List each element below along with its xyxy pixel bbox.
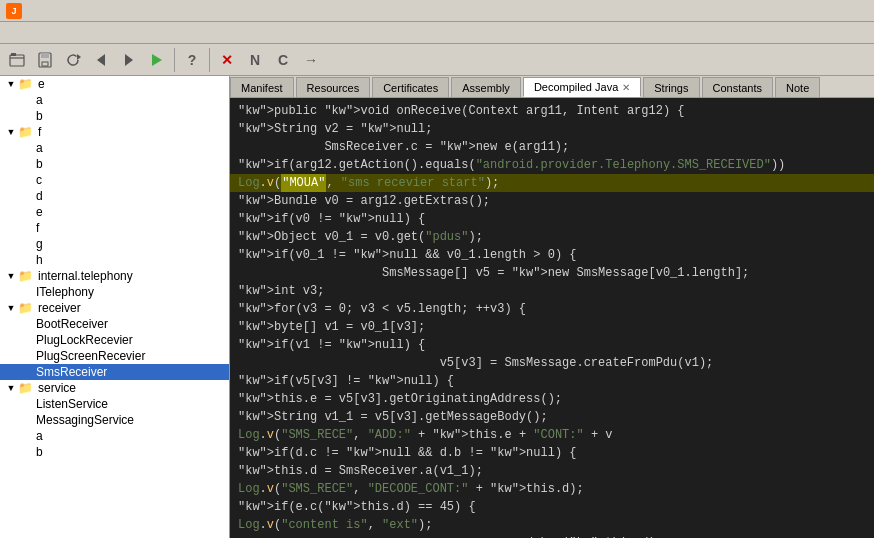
run-button[interactable]	[144, 47, 170, 73]
code-area[interactable]: "kw">public "kw">void onReceive(Context …	[230, 98, 874, 538]
tree-label: SmsReceiver	[34, 365, 109, 379]
tree-label: c	[34, 173, 42, 187]
code-line: v5[v3] = SmsMessage.createFromPdu(v1);	[230, 354, 874, 372]
menu-action[interactable]	[36, 31, 52, 35]
tree-item-b[interactable]: b	[0, 156, 229, 172]
menu-window[interactable]	[52, 31, 68, 35]
tree-item-SmsReceiver[interactable]: SmsReceiver	[0, 364, 229, 380]
folder-icon: 📁	[18, 269, 33, 283]
tree-item-d[interactable]: d	[0, 188, 229, 204]
tree-item-b[interactable]: b	[0, 108, 229, 124]
tree-label: ITelephony	[34, 285, 94, 299]
code-line: Log.v("SMS_RECE", "ADD:" + "kw">this.e +…	[230, 426, 874, 444]
tab-resources[interactable]: Resources	[296, 77, 371, 97]
code-line: "kw">int v3;	[230, 282, 874, 300]
tree-item-receiver[interactable]: ▼📁receiver	[0, 300, 229, 316]
tree-label: f	[34, 221, 39, 235]
code-line: SmsMessage[] v5 = "kw">new SmsMessage[v0…	[230, 264, 874, 282]
tab-manifest[interactable]: Manifest	[230, 77, 294, 97]
app-icon: J	[6, 3, 22, 19]
tabs-bar: Manifest Resources Certificates Assembly…	[230, 76, 874, 98]
code-line: "kw">Object v0_1 = v0.get("pdus");	[230, 228, 874, 246]
next-button[interactable]: N	[242, 47, 268, 73]
check-button[interactable]	[116, 47, 142, 73]
save-button[interactable]	[32, 47, 58, 73]
tree-item-ListenService[interactable]: ListenService	[0, 396, 229, 412]
code-line: "kw">if(d.c != "kw">null && d.b != "kw">…	[230, 444, 874, 462]
sidebar[interactable]: ▼📁e a b▼📁f a b c d e f g h▼📁internal.tel…	[0, 76, 230, 538]
step-button[interactable]: →	[298, 47, 324, 73]
tree-item-f[interactable]: f	[0, 220, 229, 236]
code-line: Log.v("MOUA", "sms recevier start");	[230, 174, 874, 192]
toolbar: ? ✕ N C →	[0, 44, 874, 76]
code-line: "kw">byte[] v1 = v0_1[v3];	[230, 318, 874, 336]
tab-constants[interactable]: Constants	[702, 77, 774, 97]
tab-decompiled-java[interactable]: Decompiled Java ✕	[523, 77, 641, 97]
tree-label: PlugLockRecevier	[34, 333, 133, 347]
tab-close-icon[interactable]: ✕	[622, 82, 630, 93]
main-layout: ▼📁e a b▼📁f a b c d e f g h▼📁internal.tel…	[0, 76, 874, 538]
tree-item-MessagingService[interactable]: MessagingService	[0, 412, 229, 428]
tree-label: d	[34, 189, 43, 203]
folder-icon: 📁	[18, 381, 33, 395]
stop-button[interactable]: ✕	[214, 47, 240, 73]
menu-file[interactable]	[4, 31, 20, 35]
tab-certificates[interactable]: Certificates	[372, 77, 449, 97]
svg-marker-5	[77, 54, 81, 60]
tree-item-a[interactable]: a	[0, 428, 229, 444]
tree-item-h[interactable]: h	[0, 252, 229, 268]
tree-item-a[interactable]: a	[0, 92, 229, 108]
tree-item-service[interactable]: ▼📁service	[0, 380, 229, 396]
code-line: "kw">String v2 = "kw">null;	[230, 120, 874, 138]
tree-item-ITelephony[interactable]: ITelephony	[0, 284, 229, 300]
menu-help[interactable]	[68, 31, 84, 35]
code-line: "kw">this.e = v5[v3].getOriginatingAddre…	[230, 390, 874, 408]
help-button[interactable]: ?	[179, 47, 205, 73]
tab-assembly[interactable]: Assembly	[451, 77, 521, 97]
continue-button[interactable]: C	[270, 47, 296, 73]
tree-label: b	[34, 109, 43, 123]
tree-label: h	[34, 253, 43, 267]
tree-arrow-icon: ▼	[4, 303, 18, 313]
tree-label: receiver	[36, 301, 81, 315]
tree-item-internal-telephony[interactable]: ▼📁internal.telephony	[0, 268, 229, 284]
tree-item-BootReceiver[interactable]: BootReceiver	[0, 316, 229, 332]
tree-item-g[interactable]: g	[0, 236, 229, 252]
refresh-button[interactable]	[60, 47, 86, 73]
tree-item-e[interactable]: ▼📁e	[0, 76, 229, 92]
tree-item-c[interactable]: c	[0, 172, 229, 188]
code-line: SmsReceiver.c = "kw">new e(arg11);	[230, 138, 874, 156]
tree-label: e	[34, 205, 43, 219]
tree-item-PlugLockRecevier[interactable]: PlugLockRecevier	[0, 332, 229, 348]
tree-label: internal.telephony	[36, 269, 133, 283]
code-line: "kw">public "kw">void onReceive(Context …	[230, 102, 874, 120]
tab-note[interactable]: Note	[775, 77, 820, 97]
open-button[interactable]	[4, 47, 30, 73]
tree-item-PlugScreenRecevier[interactable]: PlugScreenRecevier	[0, 348, 229, 364]
svg-rect-4	[42, 62, 48, 66]
tree-item-a[interactable]: a	[0, 140, 229, 156]
content-area: Manifest Resources Certificates Assembly…	[230, 76, 874, 538]
tree-item-e[interactable]: e	[0, 204, 229, 220]
code-line: "kw">if(v0 != "kw">null) {	[230, 210, 874, 228]
svg-rect-1	[11, 53, 16, 56]
code-line: d.b.e("kw">this.d);	[230, 534, 874, 538]
tree-label: a	[34, 429, 43, 443]
tab-strings[interactable]: Strings	[643, 77, 699, 97]
code-line: "kw">if(v1 != "kw">null) {	[230, 336, 874, 354]
tree-item-b[interactable]: b	[0, 444, 229, 460]
tree-label: g	[34, 237, 43, 251]
menu-edit[interactable]	[20, 31, 36, 35]
back-button[interactable]	[88, 47, 114, 73]
tree-label: f	[36, 125, 41, 139]
tree-label: a	[34, 141, 43, 155]
folder-icon: 📁	[18, 125, 33, 139]
separator-2	[209, 48, 210, 72]
svg-marker-6	[97, 54, 105, 66]
tree-arrow-icon: ▼	[4, 127, 18, 137]
tree-item-f[interactable]: ▼📁f	[0, 124, 229, 140]
code-line: "kw">String v1_1 = v5[v3].getMessageBody…	[230, 408, 874, 426]
menubar	[0, 22, 874, 44]
svg-marker-8	[152, 54, 162, 66]
code-line: "kw">if(v5[v3] != "kw">null) {	[230, 372, 874, 390]
